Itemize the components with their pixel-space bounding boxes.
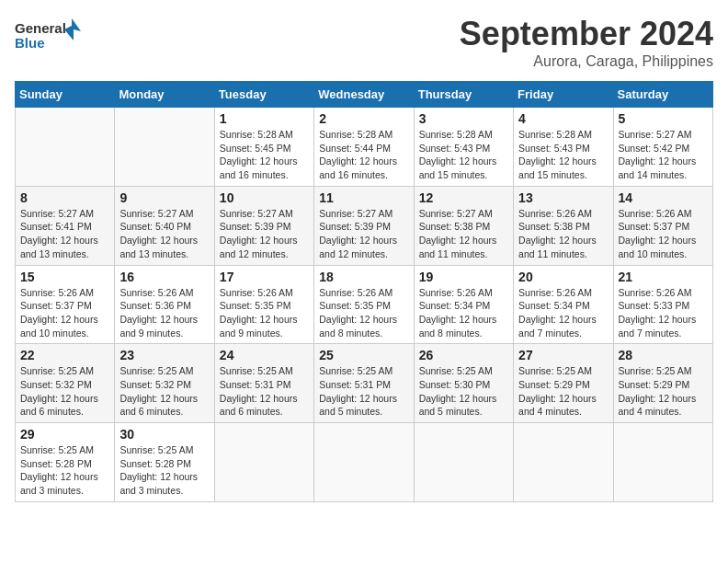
- svg-text:General: General: [15, 20, 66, 36]
- calendar-week-row: 1Sunrise: 5:28 AMSunset: 5:45 PMDaylight…: [16, 108, 713, 187]
- weekday-header-row: SundayMondayTuesdayWednesdayThursdayFrid…: [16, 82, 713, 108]
- calendar-cell: [214, 423, 313, 502]
- day-number: 14: [619, 190, 708, 205]
- weekday-header-tuesday: Tuesday: [214, 82, 313, 108]
- day-info: Sunrise: 5:25 AMSunset: 5:29 PMDaylight:…: [619, 364, 708, 419]
- day-number: 8: [20, 190, 109, 205]
- calendar-week-row: 8Sunrise: 5:27 AMSunset: 5:41 PMDaylight…: [16, 186, 713, 265]
- day-info: Sunrise: 5:25 AMSunset: 5:31 PMDaylight:…: [220, 364, 309, 419]
- day-info: Sunrise: 5:27 AMSunset: 5:41 PMDaylight:…: [20, 207, 109, 261]
- calendar-cell: 27Sunrise: 5:25 AMSunset: 5:29 PMDayligh…: [514, 344, 613, 423]
- day-number: 25: [319, 348, 408, 362]
- day-number: 17: [220, 270, 309, 284]
- day-number: 16: [119, 270, 209, 284]
- weekday-header-friday: Friday: [514, 82, 613, 108]
- day-info: Sunrise: 5:28 AMSunset: 5:43 PMDaylight:…: [518, 128, 608, 182]
- svg-text:Blue: Blue: [15, 35, 45, 51]
- calendar-cell: [414, 423, 513, 502]
- day-info: Sunrise: 5:27 AMSunset: 5:40 PMDaylight:…: [119, 207, 209, 261]
- calendar-cell: 17Sunrise: 5:26 AMSunset: 5:35 PMDayligh…: [214, 265, 313, 344]
- calendar-cell: 19Sunrise: 5:26 AMSunset: 5:34 PMDayligh…: [414, 265, 513, 344]
- day-number: 22: [20, 348, 109, 362]
- title-area: September 2024 Aurora, Caraga, Philippin…: [460, 15, 713, 70]
- day-number: 30: [119, 427, 209, 442]
- calendar-cell: 4Sunrise: 5:28 AMSunset: 5:43 PMDaylight…: [514, 108, 613, 187]
- calendar-cell: 26Sunrise: 5:25 AMSunset: 5:30 PMDayligh…: [414, 344, 513, 423]
- day-number: 28: [619, 348, 708, 362]
- day-info: Sunrise: 5:28 AMSunset: 5:45 PMDaylight:…: [220, 128, 309, 182]
- day-number: 29: [20, 427, 109, 442]
- calendar-cell: 20Sunrise: 5:26 AMSunset: 5:34 PMDayligh…: [514, 265, 613, 344]
- calendar-cell: 1Sunrise: 5:28 AMSunset: 5:45 PMDaylight…: [214, 108, 313, 187]
- calendar-cell: 22Sunrise: 5:25 AMSunset: 5:32 PMDayligh…: [16, 344, 115, 423]
- day-number: 4: [518, 111, 608, 126]
- day-info: Sunrise: 5:28 AMSunset: 5:43 PMDaylight:…: [419, 128, 508, 182]
- day-number: 9: [119, 190, 209, 205]
- day-info: Sunrise: 5:26 AMSunset: 5:33 PMDaylight:…: [619, 286, 708, 340]
- calendar-table: SundayMondayTuesdayWednesdayThursdayFrid…: [15, 81, 713, 502]
- calendar-cell: 16Sunrise: 5:26 AMSunset: 5:36 PMDayligh…: [115, 265, 214, 344]
- calendar-cell: [115, 108, 214, 187]
- page-header: General Blue September 2024 Aurora, Cara…: [15, 15, 713, 70]
- calendar-cell: [16, 108, 115, 187]
- weekday-header-sunday: Sunday: [16, 82, 115, 108]
- calendar-cell: 30Sunrise: 5:25 AMSunset: 5:28 PMDayligh…: [115, 423, 214, 502]
- day-info: Sunrise: 5:25 AMSunset: 5:28 PMDaylight:…: [20, 443, 109, 498]
- calendar-cell: 23Sunrise: 5:25 AMSunset: 5:32 PMDayligh…: [115, 344, 214, 423]
- day-info: Sunrise: 5:26 AMSunset: 5:38 PMDaylight:…: [518, 207, 608, 261]
- calendar-cell: 10Sunrise: 5:27 AMSunset: 5:39 PMDayligh…: [214, 186, 313, 265]
- calendar-cell: 18Sunrise: 5:26 AMSunset: 5:35 PMDayligh…: [314, 265, 414, 344]
- calendar-cell: 14Sunrise: 5:26 AMSunset: 5:37 PMDayligh…: [613, 186, 712, 265]
- weekday-header-thursday: Thursday: [414, 82, 513, 108]
- calendar-cell: 12Sunrise: 5:27 AMSunset: 5:38 PMDayligh…: [414, 186, 513, 265]
- day-number: 13: [518, 190, 608, 205]
- day-number: 20: [518, 270, 608, 284]
- calendar-cell: 9Sunrise: 5:27 AMSunset: 5:40 PMDaylight…: [115, 186, 214, 265]
- calendar-cell: [613, 423, 712, 502]
- day-number: 5: [619, 111, 708, 126]
- day-number: 3: [419, 111, 508, 126]
- logo: General Blue: [15, 15, 88, 59]
- day-number: 23: [119, 348, 209, 362]
- day-number: 18: [319, 270, 408, 284]
- weekday-header-saturday: Saturday: [613, 82, 712, 108]
- day-info: Sunrise: 5:26 AMSunset: 5:36 PMDaylight:…: [119, 286, 209, 340]
- calendar-cell: 11Sunrise: 5:27 AMSunset: 5:39 PMDayligh…: [314, 186, 414, 265]
- calendar-cell: 24Sunrise: 5:25 AMSunset: 5:31 PMDayligh…: [214, 344, 313, 423]
- calendar-cell: 5Sunrise: 5:27 AMSunset: 5:42 PMDaylight…: [613, 108, 712, 187]
- calendar-cell: 29Sunrise: 5:25 AMSunset: 5:28 PMDayligh…: [16, 423, 115, 502]
- day-info: Sunrise: 5:28 AMSunset: 5:44 PMDaylight:…: [319, 128, 408, 182]
- day-info: Sunrise: 5:26 AMSunset: 5:35 PMDaylight:…: [220, 286, 309, 340]
- day-info: Sunrise: 5:27 AMSunset: 5:39 PMDaylight:…: [319, 207, 408, 261]
- day-number: 10: [220, 190, 309, 205]
- day-number: 21: [619, 270, 708, 284]
- calendar-cell: 15Sunrise: 5:26 AMSunset: 5:37 PMDayligh…: [16, 265, 115, 344]
- day-info: Sunrise: 5:26 AMSunset: 5:37 PMDaylight:…: [20, 286, 109, 340]
- day-number: 19: [419, 270, 508, 284]
- calendar-cell: [514, 423, 613, 502]
- calendar-cell: 13Sunrise: 5:26 AMSunset: 5:38 PMDayligh…: [514, 186, 613, 265]
- month-title: September 2024: [460, 15, 713, 53]
- day-number: 12: [419, 190, 508, 205]
- location-title: Aurora, Caraga, Philippines: [460, 53, 713, 70]
- day-number: 24: [220, 348, 309, 362]
- day-info: Sunrise: 5:26 AMSunset: 5:37 PMDaylight:…: [619, 207, 708, 261]
- day-info: Sunrise: 5:25 AMSunset: 5:29 PMDaylight:…: [518, 364, 608, 419]
- day-info: Sunrise: 5:25 AMSunset: 5:32 PMDaylight:…: [119, 364, 209, 419]
- day-info: Sunrise: 5:26 AMSunset: 5:34 PMDaylight:…: [419, 286, 508, 340]
- day-info: Sunrise: 5:25 AMSunset: 5:30 PMDaylight:…: [419, 364, 508, 419]
- calendar-cell: 25Sunrise: 5:25 AMSunset: 5:31 PMDayligh…: [314, 344, 414, 423]
- calendar-week-row: 15Sunrise: 5:26 AMSunset: 5:37 PMDayligh…: [16, 265, 713, 344]
- day-info: Sunrise: 5:25 AMSunset: 5:28 PMDaylight:…: [119, 443, 209, 498]
- weekday-header-wednesday: Wednesday: [314, 82, 414, 108]
- day-info: Sunrise: 5:26 AMSunset: 5:34 PMDaylight:…: [518, 286, 608, 340]
- logo-svg: General Blue: [15, 15, 88, 59]
- day-number: 11: [319, 190, 408, 205]
- calendar-cell: [314, 423, 414, 502]
- day-info: Sunrise: 5:25 AMSunset: 5:32 PMDaylight:…: [20, 364, 109, 419]
- day-info: Sunrise: 5:27 AMSunset: 5:39 PMDaylight:…: [220, 207, 309, 261]
- calendar-week-row: 22Sunrise: 5:25 AMSunset: 5:32 PMDayligh…: [16, 344, 713, 423]
- day-info: Sunrise: 5:27 AMSunset: 5:42 PMDaylight:…: [619, 128, 708, 182]
- svg-marker-2: [64, 18, 81, 40]
- calendar-cell: 8Sunrise: 5:27 AMSunset: 5:41 PMDaylight…: [16, 186, 115, 265]
